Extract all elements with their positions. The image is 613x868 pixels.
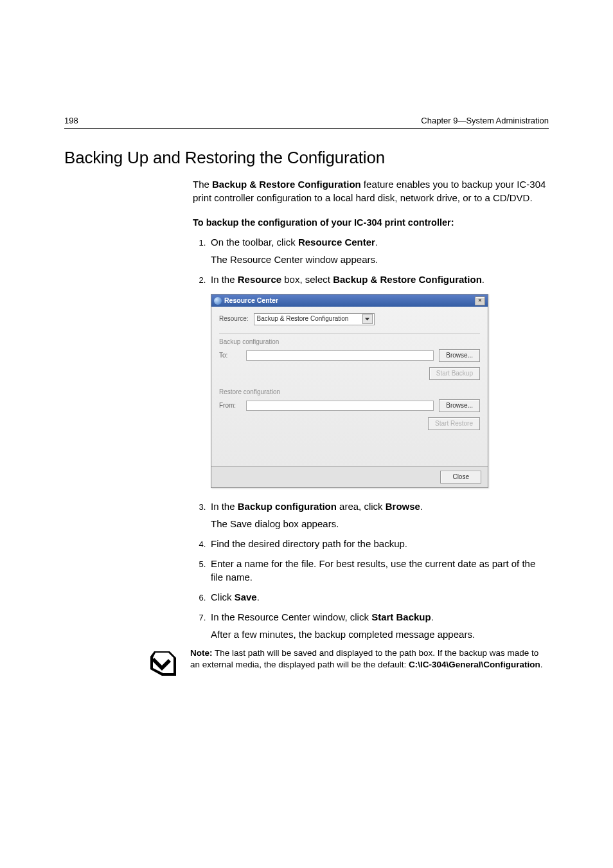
from-label: From: (219, 401, 241, 410)
dialog-title-text: Resource Center (224, 296, 278, 305)
step-2: In the Resource box, select Backup & Res… (208, 273, 549, 488)
step-1-result: The Resource Center window appears. (211, 253, 549, 266)
start-restore-button[interactable]: Start Restore (428, 417, 480, 430)
restore-section-label: Restore configuration (219, 388, 480, 397)
note-icon (148, 647, 179, 678)
close-icon[interactable]: × (475, 296, 485, 305)
procedure-heading: To backup the configuration of your IC-3… (193, 216, 549, 229)
step-7-result: After a few minutes, the backup complete… (211, 628, 549, 641)
restore-browse-button[interactable]: Browse... (439, 399, 480, 412)
chevron-down-icon[interactable] (362, 314, 373, 324)
step-7: In the Resource Center window, click Sta… (208, 610, 549, 641)
to-label: To: (219, 351, 241, 360)
close-button[interactable]: Close (440, 471, 481, 484)
app-icon (214, 297, 222, 305)
resource-label: Resource: (219, 314, 249, 323)
step-6: Click Save. (208, 590, 549, 604)
resource-dropdown[interactable]: Backup & Restore Configuration (254, 313, 375, 325)
start-backup-button[interactable]: Start Backup (429, 367, 480, 380)
step-4: Find the desired directory path for the … (208, 537, 549, 550)
dialog-titlebar: Resource Center × (211, 294, 488, 307)
backup-browse-button[interactable]: Browse... (439, 349, 480, 362)
chapter-label: Chapter 9—System Administration (421, 116, 549, 125)
note-text: Note: The last path will be saved and di… (190, 647, 549, 671)
step-3-result: The Save dialog box appears. (211, 517, 549, 530)
page-title: Backing Up and Restoring the Configurati… (64, 148, 549, 168)
resource-center-dialog: Resource Center × Resource: Backup & Res… (211, 294, 488, 488)
restore-from-input[interactable] (246, 401, 434, 411)
resource-dropdown-value: Backup & Restore Configuration (257, 314, 349, 323)
backup-to-input[interactable] (246, 350, 434, 361)
page-header: 198 Chapter 9—System Administration (64, 116, 549, 129)
step-1: On the toolbar, click Resource Center. T… (208, 235, 549, 266)
page-number: 198 (64, 116, 78, 125)
backup-section-label: Backup configuration (219, 338, 480, 347)
step-3: In the Backup configuration area, click … (208, 500, 549, 530)
intro-paragraph: The Backup & Restore Configuration featu… (193, 177, 549, 204)
step-5: Enter a name for the file. For best resu… (208, 557, 549, 584)
